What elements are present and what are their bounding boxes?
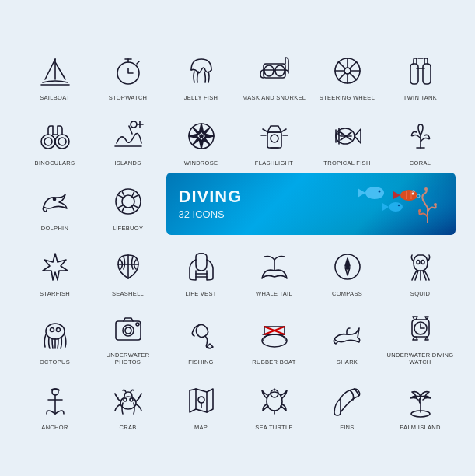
- icon-flashlight: FLASHLIGHT: [239, 107, 309, 170]
- icon-tropical-fish: TROPICAL FISH: [313, 107, 382, 170]
- icon-coral: CORAL: [386, 107, 456, 170]
- svg-point-48: [122, 195, 134, 208]
- svg-point-75: [56, 328, 60, 332]
- icon-octopus: OCTOPUS: [20, 303, 90, 369]
- banner-fish-area: [350, 180, 443, 227]
- jellyfish-icon: [181, 51, 222, 91]
- svg-point-62: [418, 209, 421, 212]
- icon-diving-watch: UNDERWATER DIVING WATCH: [386, 303, 456, 369]
- svg-line-12: [349, 73, 356, 80]
- stopwatch-icon: [108, 51, 148, 91]
- banner-subtitle: 32 ICONS: [179, 208, 243, 220]
- icon-rubber-boat: RUBBER BOAT: [239, 303, 309, 369]
- icon-fishing: FISHING: [166, 303, 236, 369]
- map-icon: [181, 380, 222, 421]
- squid-icon: [400, 247, 441, 287]
- islands-icon: [108, 116, 148, 156]
- banner-fish-svg: [350, 180, 443, 227]
- svg-point-31: [200, 135, 203, 138]
- steering-wheel-icon: [327, 51, 368, 91]
- fishing-icon: [181, 315, 222, 355]
- svg-point-46: [53, 198, 55, 201]
- windrose-icon: [181, 116, 222, 156]
- svg-point-49: [365, 187, 384, 199]
- svg-point-34: [271, 135, 278, 142]
- svg-point-19: [44, 138, 52, 145]
- svg-line-14: [338, 73, 345, 80]
- mask-snorkel-icon: [254, 51, 295, 91]
- svg-point-70: [346, 265, 349, 268]
- icon-underwater-photos: UNDERWATER PHOTOS: [93, 303, 163, 369]
- icon-islands: ISLANDS: [93, 107, 163, 170]
- svg-point-21: [131, 121, 137, 128]
- svg-point-3: [264, 65, 274, 76]
- svg-marker-50: [358, 188, 365, 198]
- icon-twin-tank: TWIN TANK: [386, 42, 456, 104]
- svg-point-102: [267, 392, 282, 411]
- whale-tail-icon: [254, 247, 295, 287]
- icon-crab: CRAB: [93, 372, 163, 434]
- anchor-icon: [35, 380, 75, 421]
- icon-grid: SAILBOAT STOPWATCH JELLY FISH MASK AND S…: [20, 42, 456, 434]
- svg-point-61: [434, 203, 437, 206]
- svg-rect-76: [116, 321, 141, 340]
- shark-icon: [327, 315, 368, 355]
- svg-point-20: [58, 138, 66, 145]
- crab-icon: [108, 380, 148, 421]
- svg-point-51: [378, 191, 380, 193]
- main-container: SAILBOAT STOPWATCH JELLY FISH MASK AND S…: [12, 34, 463, 442]
- twin-tank-icon: [400, 51, 441, 91]
- icon-mask-snorkel: MASK AND SNORKEL: [239, 42, 309, 104]
- svg-point-71: [417, 261, 420, 264]
- svg-point-4: [275, 65, 285, 76]
- seashell-icon: [108, 247, 148, 287]
- svg-line-11: [338, 61, 345, 68]
- svg-point-72: [421, 261, 424, 264]
- compass-icon: [327, 247, 368, 287]
- tropical-fish-icon: [327, 116, 368, 156]
- svg-point-78: [125, 327, 131, 334]
- icon-sailboat: SAILBOAT: [20, 42, 90, 104]
- sea-turtle-icon: [254, 380, 295, 421]
- icon-lifebuoy: LIFEBUOY: [93, 173, 163, 235]
- svg-point-47: [116, 189, 141, 214]
- svg-marker-97: [190, 389, 213, 412]
- svg-point-96: [130, 398, 133, 401]
- banner-title: DIVING: [179, 187, 243, 206]
- svg-point-18: [55, 135, 69, 149]
- icon-shark: SHARK: [313, 303, 382, 369]
- sailboat-icon: [35, 51, 75, 91]
- icon-life-vest: LIFE VEST: [166, 238, 236, 300]
- svg-marker-53: [382, 203, 389, 211]
- icon-starfish: STARFISH: [20, 238, 90, 300]
- diving-watch-icon: [400, 308, 441, 348]
- icon-map: MAP: [166, 372, 236, 434]
- icon-binoculars: BINOCULARS: [20, 107, 90, 170]
- svg-line-35: [263, 129, 267, 131]
- banner-text-area: DIVING 32 ICONS: [179, 187, 243, 219]
- icon-squid: SQUID: [386, 238, 456, 300]
- rubber-boat-icon: [254, 315, 295, 355]
- svg-point-54: [397, 205, 399, 206]
- starfish-icon: [35, 247, 75, 287]
- icon-compass: COMPASS: [313, 238, 382, 300]
- icon-seashell: SEASHELL: [93, 238, 163, 300]
- svg-point-73: [46, 324, 65, 339]
- dolphin-icon: [35, 181, 75, 222]
- svg-marker-56: [393, 191, 400, 199]
- icon-stopwatch: STOPWATCH: [93, 42, 163, 104]
- svg-point-74: [50, 328, 54, 332]
- fins-icon: [327, 380, 368, 421]
- octopus-icon: [35, 315, 75, 355]
- flashlight-icon: [254, 116, 295, 156]
- svg-rect-15: [410, 64, 418, 84]
- icon-jellyfish: JELLY FISH: [166, 42, 236, 104]
- icon-steering-wheel: STEERING WHEEL: [313, 42, 382, 104]
- diving-banner: DIVING 32 ICONS: [166, 173, 456, 235]
- svg-line-13: [349, 61, 356, 68]
- svg-point-79: [136, 323, 139, 326]
- svg-point-17: [41, 135, 55, 149]
- icon-dolphin: DOLPHIN: [20, 173, 90, 235]
- underwater-photos-icon: [108, 308, 148, 348]
- svg-point-52: [389, 202, 403, 212]
